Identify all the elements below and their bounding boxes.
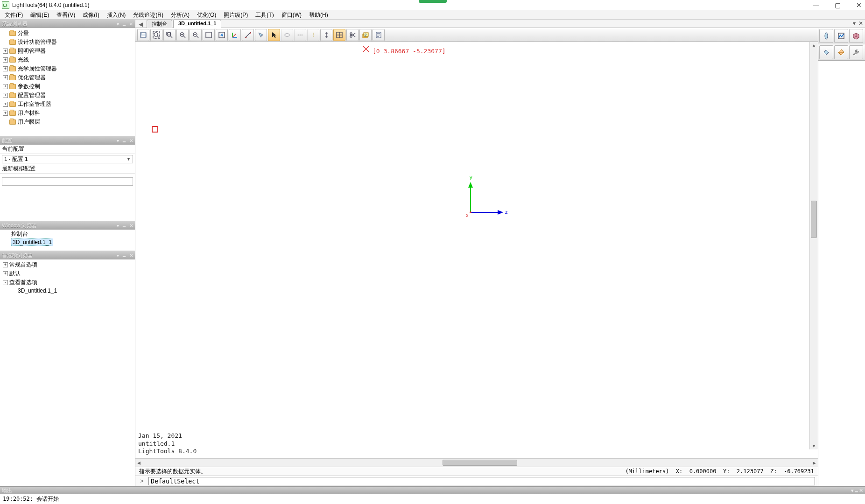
window-browser-header[interactable]: Window 浏览器 ▾🗕✕ (0, 221, 135, 230)
cube-icon[interactable] (849, 29, 863, 43)
expander-icon[interactable]: + (3, 84, 8, 89)
horizontal-scrollbar[interactable]: ◀ ▶ (135, 458, 818, 467)
expander-icon[interactable]: + (3, 262, 8, 267)
menu-分析a[interactable]: 分析(A) (167, 10, 193, 19)
expander-icon[interactable]: - (3, 280, 8, 285)
expander-icon[interactable]: + (3, 57, 8, 63)
panel-dropdown-icon[interactable]: ▾ (117, 138, 119, 143)
expander-icon[interactable]: + (3, 49, 8, 54)
tree-item[interactable]: -查看首选项 (0, 278, 135, 287)
panel-pin-icon[interactable]: 🗕 (122, 138, 127, 143)
menu-文件f[interactable]: 文件(F) (1, 10, 27, 19)
zoom-window-icon[interactable] (163, 29, 176, 41)
expander-icon[interactable]: + (3, 66, 8, 71)
scissors-icon[interactable] (346, 29, 359, 41)
panel-dropdown-icon[interactable]: ▾ (117, 223, 119, 228)
script-icon[interactable] (373, 29, 385, 41)
pref-browser-header[interactable]: 首选项浏览器 ▾🗕✕ (0, 251, 135, 259)
command-input[interactable] (148, 477, 815, 485)
window-item[interactable]: 控制台 (0, 230, 135, 238)
panel-dropdown-icon[interactable]: ▾ (117, 21, 119, 27)
expander-icon[interactable]: + (3, 75, 8, 80)
panel-close-icon[interactable]: ✕ (129, 223, 133, 228)
menu-照片级p[interactable]: 照片级(P) (220, 10, 252, 19)
align-icon[interactable] (320, 29, 332, 41)
pan-icon[interactable] (203, 29, 215, 41)
tree-item[interactable]: +照明管理器 (0, 47, 135, 56)
tree-item[interactable]: 分量 (0, 29, 135, 38)
config-current-select[interactable]: 1 · 配置 1 ▼ (2, 155, 133, 163)
menu-成像i[interactable]: 成像(I) (79, 10, 103, 19)
tree-item[interactable]: +默认 (0, 269, 135, 278)
menu-插入n[interactable]: 插入(N) (103, 10, 130, 19)
menu-编辑e[interactable]: 编辑(E) (27, 10, 53, 19)
expander-icon[interactable]: + (3, 93, 8, 98)
tree-item[interactable]: +光线 (0, 56, 135, 64)
tool2-icon[interactable] (834, 45, 848, 59)
panel-pin-icon[interactable]: 🗕 (122, 253, 127, 258)
zoom-out-icon[interactable] (190, 29, 202, 41)
select-arrow-icon[interactable] (268, 29, 280, 41)
scroll-right-icon[interactable]: ▶ (813, 459, 816, 467)
scroll-thumb[interactable] (811, 201, 817, 238)
zoom-fit-icon[interactable] (150, 29, 162, 41)
expander-icon[interactable]: + (3, 111, 8, 116)
expander-icon[interactable]: + (3, 271, 8, 276)
system-browser-header[interactable]: 系统浏览器 ▾ 🗕 ✕ (0, 20, 135, 28)
tree-item[interactable]: +常规首选项 (0, 260, 135, 269)
tree-item[interactable]: 设计功能管理器 (0, 38, 135, 47)
tree-item[interactable]: +配置管理器 (0, 91, 135, 100)
panel-pin-icon[interactable]: 🗕 (854, 488, 859, 493)
tree-item[interactable]: 用户膜层 (0, 118, 135, 126)
panel-dropdown-icon[interactable]: ▾ (117, 253, 119, 258)
save-icon[interactable] (137, 29, 149, 41)
tree-item[interactable]: +光学属性管理器 (0, 64, 135, 73)
document-tab[interactable]: 控制台 (147, 20, 172, 28)
scroll-up-icon[interactable]: ▲ (810, 43, 818, 48)
panel-close-icon[interactable]: ✕ (129, 21, 133, 27)
tab-dropdown-icon[interactable]: ▾ (853, 20, 856, 27)
tree-item[interactable]: +工作室管理器 (0, 100, 135, 109)
menu-帮助h[interactable]: 帮助(H) (305, 10, 332, 19)
maximize-button[interactable]: ▢ (833, 1, 842, 9)
tool1-icon[interactable] (819, 45, 833, 59)
tree-item[interactable]: 3D_untitled.1_1 (0, 287, 135, 294)
tree-item[interactable]: +用户材料 (0, 109, 135, 118)
analysis-icon[interactable] (834, 29, 848, 43)
vertical-scrollbar[interactable]: ▲ ▼ (809, 42, 818, 449)
pick-icon[interactable] (255, 29, 267, 41)
config-header[interactable]: 配置 ▾🗕✕ (0, 136, 135, 145)
tab-nav-left[interactable]: ◀ (137, 21, 144, 28)
minimize-button[interactable]: — (812, 1, 820, 9)
wrench-icon[interactable] (849, 45, 863, 59)
view-mode-icon[interactable]: 4 (216, 29, 228, 41)
scroll-left-icon[interactable]: ◀ (137, 459, 141, 467)
panel-pin-icon[interactable]: 🗕 (122, 21, 127, 27)
scroll-thumb[interactable] (443, 460, 517, 466)
document-tab[interactable]: 3D_untitled.1_1 (173, 20, 221, 28)
window-item[interactable]: 3D_untitled.1_1 (0, 238, 135, 246)
tree-item[interactable]: +参数控制 (0, 82, 135, 91)
close-button[interactable]: ✕ (855, 1, 863, 9)
menu-查看v[interactable]: 查看(V) (53, 10, 79, 19)
axes-icon[interactable] (229, 29, 241, 41)
menu-窗口w[interactable]: 窗口(W) (278, 10, 305, 19)
layers-icon[interactable]: 2 (359, 29, 372, 41)
lens-icon[interactable] (819, 29, 833, 43)
panel-pin-icon[interactable]: 🗕 (122, 223, 127, 228)
menu-工具t[interactable]: 工具(T) (252, 10, 277, 19)
menu-优化o[interactable]: 优化(O) (193, 10, 220, 19)
panel-close-icon[interactable]: ✕ (129, 138, 133, 143)
grid-icon[interactable] (333, 29, 345, 41)
tab-close-icon[interactable]: ✕ (858, 20, 863, 27)
viewport-3d[interactable]: [0 3.86667 -5.23077] y z (135, 42, 818, 458)
measure-icon[interactable] (242, 29, 254, 41)
panel-close-icon[interactable]: ✕ (859, 488, 863, 493)
zoom-in-icon[interactable] (176, 29, 189, 41)
tree-item[interactable]: +优化管理器 (0, 73, 135, 82)
config-latest-input[interactable] (2, 177, 133, 186)
expander-icon[interactable]: + (3, 102, 8, 107)
scroll-down-icon[interactable]: ▼ (810, 444, 818, 448)
output-header[interactable]: 输出 ▾🗕✕ (0, 487, 865, 494)
panel-close-icon[interactable]: ✕ (129, 253, 133, 258)
